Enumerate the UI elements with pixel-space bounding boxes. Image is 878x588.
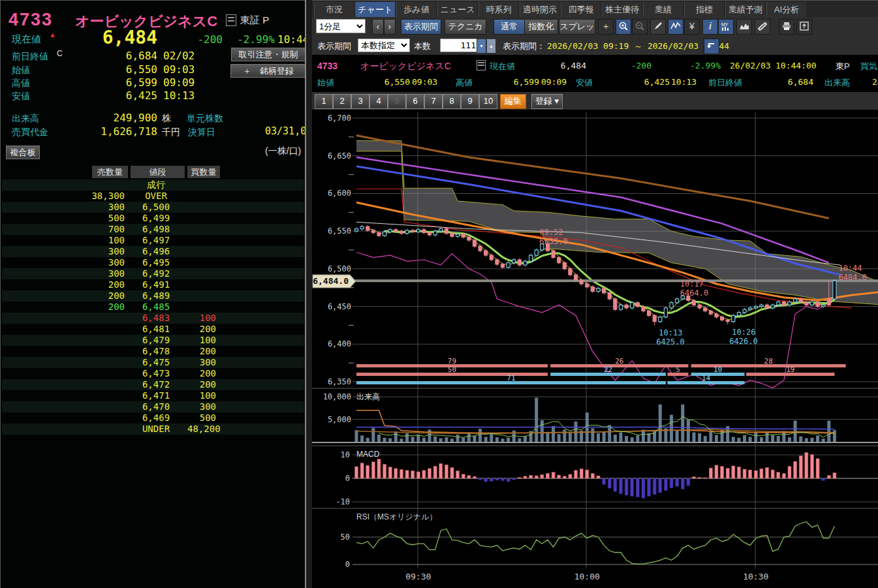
strip-list-icon[interactable]: [477, 60, 486, 70]
interval-select[interactable]: 1分足: [316, 19, 366, 33]
svg-text:14: 14: [702, 374, 711, 382]
preset-button-1[interactable]: 1: [315, 94, 333, 109]
svg-text:6,650: 6,650: [328, 151, 351, 161]
trade-caution-button[interactable]: 取引注意・規制: [231, 48, 306, 61]
tab-3[interactable]: ニュース: [437, 2, 477, 18]
my-chart-icon[interactable]: MY: [718, 19, 734, 35]
trendline-icon[interactable]: [668, 19, 683, 35]
tab-9[interactable]: 指標: [684, 2, 724, 18]
edit-button[interactable]: 編集: [500, 94, 526, 109]
preset-button-6[interactable]: 6: [406, 94, 424, 109]
svg-text:6533.0: 6533.0: [539, 237, 567, 246]
bid-row[interactable]: 6,478200: [2, 346, 304, 357]
info-icon[interactable]: i: [702, 19, 718, 35]
composite-board-button[interactable]: 複合板: [6, 146, 40, 159]
bid-row[interactable]: 6,471100: [2, 390, 304, 401]
bid-row[interactable]: 6,479100: [2, 335, 304, 346]
preset-button-9[interactable]: 9: [461, 94, 479, 109]
ask-row[interactable]: 2006,485: [2, 302, 304, 313]
wrench-icon[interactable]: [755, 19, 770, 35]
tab-4[interactable]: 時系列: [478, 2, 518, 18]
bid-row[interactable]: 6,472200: [2, 379, 304, 390]
chart-canvas[interactable]: 09:526533.010:176464.010:446484.010:1364…: [312, 110, 878, 588]
bid-row[interactable]: 6,469500: [2, 412, 304, 424]
bid-row[interactable]: 6,483100: [2, 313, 304, 324]
ask-row[interactable]: 2006,491: [2, 279, 304, 290]
tab-6[interactable]: 四季報: [561, 2, 601, 18]
printer-icon[interactable]: [779, 19, 794, 35]
ask-row[interactable]: 3006,496: [2, 246, 304, 257]
chart-quote-strip: 4733 オービックビジネスC 現在値 6,484 -200 -2.99% 26…: [312, 55, 878, 92]
strip-volume: 24: [872, 77, 878, 87]
bid-row[interactable]: 6,470300: [2, 401, 304, 412]
export-icon[interactable]: [796, 19, 812, 35]
tab-8[interactable]: 業績: [643, 2, 683, 18]
bid-row[interactable]: 6,473200: [2, 368, 304, 379]
count-down-spinner[interactable]: ▼: [477, 39, 486, 54]
count-up-spinner[interactable]: ▲: [486, 39, 496, 54]
volume-value: 249,900: [86, 112, 157, 124]
bid-row[interactable]: 6,475300: [2, 357, 304, 368]
col-buy-qty: 買数量: [187, 166, 220, 178]
count-input[interactable]: [440, 39, 478, 52]
ask-row[interactable]: 1006,497: [2, 235, 304, 246]
ask-row[interactable]: 7006,498: [2, 224, 304, 235]
tab-7[interactable]: 株主優待: [602, 2, 642, 18]
bid-row[interactable]: UNDER48,200: [2, 424, 304, 435]
svg-text:6,350: 6,350: [328, 377, 351, 386]
ask-row[interactable]: 38,300OVER: [2, 191, 304, 202]
quote-panel: 4733 オービックビジネスC 東証 P 現在値 ▲ 6,484 -200 -2…: [0, 0, 306, 588]
high-time: 09:09: [163, 76, 195, 89]
tab-0[interactable]: 市況: [314, 2, 354, 18]
strip-high-time: 09:09: [541, 77, 567, 87]
preset-button-3[interactable]: 3: [351, 94, 369, 109]
price-axis: 6,7006,6506,6006,5506,5006,4506,4006,350: [328, 114, 351, 386]
volume-unit: 株: [162, 113, 171, 125]
preset-button-8[interactable]: 8: [443, 94, 461, 109]
area-chart-icon[interactable]: [736, 19, 752, 35]
tab-5[interactable]: 適時開示: [520, 2, 559, 18]
indexed-mode-button[interactable]: 指数化: [524, 19, 558, 35]
register-dropdown-button[interactable]: 登録 ▾: [531, 94, 563, 109]
reset-period-icon[interactable]: [704, 39, 719, 54]
current-price-label: 現在値: [12, 33, 41, 46]
normal-mode-button[interactable]: 通常: [494, 19, 525, 35]
ask-row[interactable]: 3006,492: [2, 268, 304, 279]
zoom-out-icon[interactable]: [632, 19, 648, 35]
yen-icon[interactable]: ¥: [684, 19, 700, 35]
svg-text:71: 71: [507, 374, 515, 382]
crosshair-icon[interactable]: ＋: [598, 19, 614, 35]
bid-row[interactable]: 6,481200: [2, 324, 304, 335]
technical-button[interactable]: テクニカル: [445, 19, 486, 35]
preset-button-10[interactable]: 10: [479, 94, 497, 109]
tab-10[interactable]: 業績予測: [725, 2, 765, 18]
preset-button-5[interactable]: 5: [388, 94, 406, 109]
prev-arrow-button[interactable]: ‹: [372, 19, 384, 35]
ask-row[interactable]: 3006,495: [2, 257, 304, 268]
spread-mode-button[interactable]: スプレッド: [559, 19, 595, 35]
ask-row[interactable]: 5006,499: [2, 213, 304, 224]
svg-text:5,000: 5,000: [328, 415, 351, 424]
pencil-icon[interactable]: [650, 19, 666, 35]
preset-button-7[interactable]: 7: [424, 94, 443, 109]
next-arrow-button[interactable]: ›: [384, 19, 396, 35]
current-price: 6,484: [79, 27, 157, 48]
range-label: 表示期間：: [503, 40, 545, 52]
tab-11[interactable]: AI分析: [766, 2, 806, 18]
tab-active-1[interactable]: チャート: [355, 2, 395, 18]
register-stock-button[interactable]: ＋ 銘柄登録: [230, 64, 306, 78]
period-mode-select[interactable]: 本数指定: [358, 39, 410, 52]
market-order-row[interactable]: 成行: [2, 179, 304, 191]
ask-row[interactable]: 3006,500: [2, 202, 304, 213]
strip-low: 6,425: [624, 77, 670, 87]
preset-button-2[interactable]: 2: [333, 94, 351, 109]
market-list-icon[interactable]: [226, 14, 236, 26]
price-change-pct: -2.99%: [229, 33, 275, 46]
display-period-button[interactable]: 表示期間: [401, 19, 441, 35]
preset-button-4[interactable]: 4: [369, 94, 388, 109]
tab-2[interactable]: 歩み値: [396, 2, 436, 18]
ask-row[interactable]: 2006,489: [2, 290, 304, 302]
strip-prev: 6,684: [769, 77, 813, 87]
zoom-in-icon[interactable]: [616, 19, 631, 35]
strip-market: 東P: [836, 61, 850, 72]
